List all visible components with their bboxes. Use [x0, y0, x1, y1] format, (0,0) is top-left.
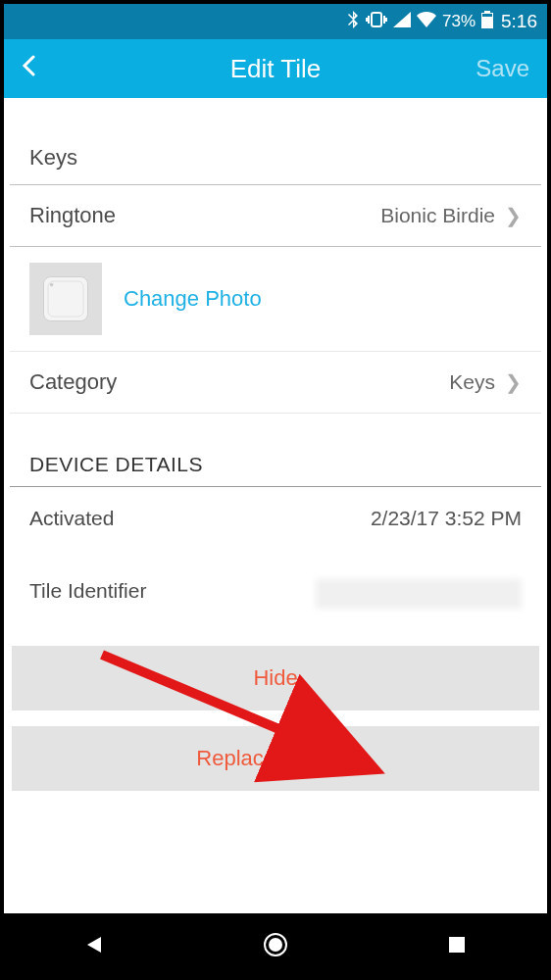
- svg-rect-0: [372, 13, 381, 26]
- wifi-icon: [417, 12, 436, 32]
- tile-name-row[interactable]: Keys: [10, 127, 541, 185]
- chevron-right-icon: ❯: [505, 204, 522, 227]
- page-title: Edit Tile: [4, 54, 547, 84]
- tile-identifier-label: Tile Identifier: [29, 579, 316, 609]
- category-row[interactable]: Category Keys ❯: [10, 352, 541, 414]
- activated-value: 2/23/17 3:52 PM: [371, 507, 522, 530]
- change-photo-link[interactable]: Change Photo: [124, 286, 262, 312]
- tile-photo-thumbnail: [29, 263, 102, 335]
- app-bar: Edit Tile Save: [4, 39, 547, 98]
- svg-rect-10: [449, 937, 465, 953]
- ringtone-value: Bionic Birdie: [380, 204, 495, 227]
- back-button[interactable]: [22, 55, 61, 82]
- nav-recents-button[interactable]: [437, 925, 476, 964]
- activated-label: Activated: [29, 507, 371, 530]
- battery-percent: 73%: [442, 12, 476, 31]
- battery-icon: [481, 11, 493, 33]
- ringtone-label: Ringtone: [29, 203, 380, 228]
- hide-button[interactable]: Hide: [12, 646, 539, 710]
- clock-time: 5:16: [501, 11, 537, 32]
- signal-icon: [393, 12, 411, 32]
- nav-home-button[interactable]: [256, 925, 295, 964]
- category-label: Category: [29, 369, 449, 395]
- tile-identifier-row: Tile Identifier: [10, 550, 541, 638]
- svg-point-9: [269, 938, 282, 952]
- category-value: Keys: [449, 370, 495, 394]
- activated-row: Activated 2/23/17 3:52 PM: [10, 487, 541, 550]
- svg-rect-4: [44, 277, 88, 321]
- vibrate-icon: [366, 12, 387, 32]
- chevron-right-icon: ❯: [505, 370, 522, 394]
- tile-identifier-value-redacted: [316, 579, 522, 609]
- svg-point-5: [50, 283, 54, 287]
- photo-row[interactable]: Change Photo: [10, 247, 541, 352]
- bluetooth-icon: [346, 11, 360, 33]
- svg-rect-3: [482, 14, 492, 17]
- save-button[interactable]: Save: [476, 55, 529, 82]
- device-details-header: DEVICE DETAILS: [10, 414, 541, 487]
- nav-back-button[interactable]: [75, 925, 114, 964]
- android-nav-bar: [4, 913, 547, 976]
- status-bar: 73% 5:16: [4, 4, 547, 39]
- replace-tile-button[interactable]: Replace this Tile: [12, 726, 539, 791]
- ringtone-row[interactable]: Ringtone Bionic Birdie ❯: [10, 185, 541, 247]
- tile-name-label: Keys: [29, 145, 522, 171]
- svg-rect-2: [484, 11, 490, 13]
